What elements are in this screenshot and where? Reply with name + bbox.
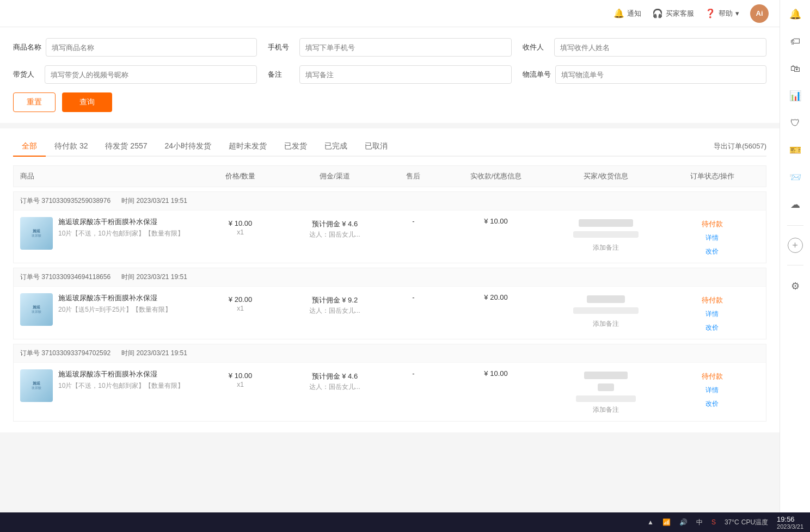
influencer-field: 带货人 — [13, 65, 257, 84]
tab-24h-ship[interactable]: 24小时待发货 — [156, 137, 220, 156]
order-status-col: 待付款 详情 改价 — [665, 293, 759, 332]
aftersale: - — [412, 369, 414, 378]
aftersale: - — [412, 293, 414, 301]
product-name-field: 商品名称 — [13, 38, 257, 57]
col-header-aftersale: 售后 — [382, 171, 445, 181]
tabs-bar: 全部 待付款 32 待发货 2557 24小时待发货 超时未发货 已发货 已完成… — [13, 128, 766, 157]
right-sidebar: 🔔 🏷 🛍 📊 🛡 🎫 📨 ☁ + ⚙ — [780, 0, 810, 532]
status-badge: 待付款 — [702, 295, 723, 305]
add-note-button[interactable]: 添加备注 — [593, 319, 619, 329]
taskbar-datetime: 19:56 2023/3/21 — [777, 515, 803, 530]
notification-nav[interactable]: 🔔 通知 — [613, 8, 641, 18]
support-nav[interactable]: 🎧 买家客服 — [652, 8, 694, 18]
receiver-input[interactable] — [554, 38, 766, 57]
qty: x1 — [237, 228, 244, 236]
col-header-product: 商品 — [20, 171, 193, 181]
product-img-inner: 施逅 玻尿酸 — [20, 369, 53, 402]
order-item: 订单号 3710330935259038976 时间 2023/03/21 19… — [13, 191, 766, 263]
change-price-button[interactable]: 改价 — [705, 247, 719, 256]
product-desc: 10片【不送，10片包邮到家】【数量有限】 — [58, 381, 193, 391]
add-note-button[interactable]: 添加备注 — [593, 243, 619, 252]
order-aftersale-col: - — [382, 293, 445, 301]
order-status-col: 待付款 详情 改价 — [665, 217, 759, 256]
order-area: 全部 待付款 32 待发货 2557 24小时待发货 超时未发货 已发货 已完成… — [0, 128, 780, 432]
taskbar-volume[interactable]: 🔊 — [679, 518, 688, 526]
tab-pending-payment[interactable]: 待付款 32 — [46, 137, 96, 156]
change-price-button[interactable]: 改价 — [705, 323, 719, 332]
avatar[interactable]: Ai — [750, 4, 769, 23]
tab-all[interactable]: 全部 — [13, 137, 46, 156]
expand-icon: ▲ — [647, 518, 654, 526]
avatar-text: Ai — [756, 9, 763, 17]
product-name-input[interactable] — [46, 38, 257, 57]
add-note-button[interactable]: 添加备注 — [593, 405, 619, 415]
tracking-input[interactable] — [555, 65, 766, 84]
order-body: 施逅 玻尿酸 施逅玻尿酸冻干粉面膜补水保湿 20片【送5片=到手25片】【数量有… — [14, 286, 766, 339]
detail-button[interactable]: 详情 — [705, 386, 719, 395]
product-name: 施逅玻尿酸冻干粉面膜补水保湿 — [58, 217, 193, 227]
sidebar-chart-icon[interactable]: 📊 — [787, 87, 804, 104]
buyer-name-blur — [584, 372, 628, 379]
help-icon: ❓ — [705, 8, 716, 18]
tab-pending-ship[interactable]: 待发货 2557 — [96, 137, 156, 156]
phone-input[interactable] — [299, 38, 512, 57]
sidebar-settings-icon[interactable]: ⚙ — [787, 277, 804, 295]
order-payment-col: ¥ 10.00 — [445, 369, 547, 378]
reset-button[interactable]: 重置 — [13, 92, 56, 112]
note-input[interactable] — [299, 65, 512, 84]
tab-cancelled[interactable]: 已取消 — [356, 137, 396, 156]
order-number: 订单号 3710330935259038976 — [20, 196, 111, 206]
sidebar-bag-icon[interactable]: 🛍 — [787, 60, 804, 77]
buyer-name-blurred — [598, 383, 614, 391]
receiver-field: 收件人 — [523, 38, 766, 57]
product-image: 施逅 玻尿酸 — [20, 369, 53, 402]
order-price-col: ¥ 10.00 x1 — [193, 369, 287, 388]
order-product-col: 施逅 玻尿酸 施逅玻尿酸冻干粉面膜补水保湿 10片【不送，10片包邮到家】【数量… — [20, 217, 193, 250]
help-label: 帮助 — [719, 9, 733, 18]
change-price-button[interactable]: 改价 — [705, 399, 719, 409]
detail-button[interactable]: 详情 — [705, 310, 719, 319]
sidebar-divider — [787, 225, 803, 226]
order-time: 时间 2023/03/21 19:51 — [121, 273, 187, 282]
help-nav[interactable]: ❓ 帮助 ▾ — [705, 8, 739, 18]
export-orders-button[interactable]: 导出订单(56057) — [714, 141, 766, 151]
payment-amount: ¥ 20.00 — [484, 293, 507, 301]
taskbar-expand[interactable]: ▲ — [647, 518, 654, 526]
product-img-inner: 施逅 玻尿酸 — [20, 217, 53, 250]
price: ¥ 20.00 — [229, 295, 252, 304]
volume-icon: 🔊 — [679, 518, 688, 526]
order-header: 订单号 3710330933794702592 时间 2023/03/21 19… — [14, 344, 766, 362]
sidebar-bell-icon[interactable]: 🔔 — [787, 5, 804, 23]
product-desc: 10片【不送，10片包邮到家】【数量有限】 — [58, 229, 193, 238]
taskbar-network[interactable]: 📶 — [662, 518, 671, 526]
tracking-label: 物流单号 — [523, 70, 551, 79]
taskbar-lang[interactable]: 中 — [696, 518, 703, 527]
tab-completed[interactable]: 已完成 — [316, 137, 356, 156]
commission: 预计佣金 ¥ 9.2 — [312, 295, 358, 305]
order-body: 施逅 玻尿酸 施逅玻尿酸冻干粉面膜补水保湿 10片【不送，10片包邮到家】【数量… — [14, 362, 766, 421]
tab-shipped[interactable]: 已发货 — [275, 137, 316, 156]
product-info: 施逅玻尿酸冻干粉面膜补水保湿 20片【送5片=到手25片】【数量有限】 — [58, 293, 193, 314]
order-payment-col: ¥ 20.00 — [445, 293, 547, 301]
sidebar-cloud-icon[interactable]: ☁ — [787, 196, 804, 213]
headset-icon: 🎧 — [652, 8, 663, 18]
search-form: 商品名称 手机号 收件人 带货人 备注 — [0, 27, 780, 123]
query-button[interactable]: 查询 — [62, 92, 112, 112]
sidebar-send-icon[interactable]: 📨 — [787, 169, 804, 186]
sidebar-add-button[interactable]: + — [788, 238, 803, 253]
taskbar-antivirus[interactable]: S — [711, 518, 716, 526]
sidebar-tag-icon[interactable]: 🏷 — [787, 33, 804, 50]
tab-overdue-ship[interactable]: 超时未发货 — [220, 137, 275, 156]
bell-nav-icon: 🔔 — [613, 8, 624, 18]
order-buyer-col: 添加备注 — [547, 293, 665, 329]
sidebar-coupon-icon[interactable]: 🎫 — [787, 141, 804, 159]
product-image: 施逅 玻尿酸 — [20, 293, 53, 326]
influencer-label: 带货人 — [13, 70, 40, 79]
qty: x1 — [237, 305, 244, 312]
detail-button[interactable]: 详情 — [705, 233, 719, 243]
influencer-input[interactable] — [45, 65, 257, 84]
product-name-label: 商品名称 — [13, 42, 41, 52]
price: ¥ 10.00 — [229, 372, 252, 380]
sidebar-shield-icon[interactable]: 🛡 — [787, 114, 804, 132]
lang-label: 中 — [696, 518, 703, 527]
